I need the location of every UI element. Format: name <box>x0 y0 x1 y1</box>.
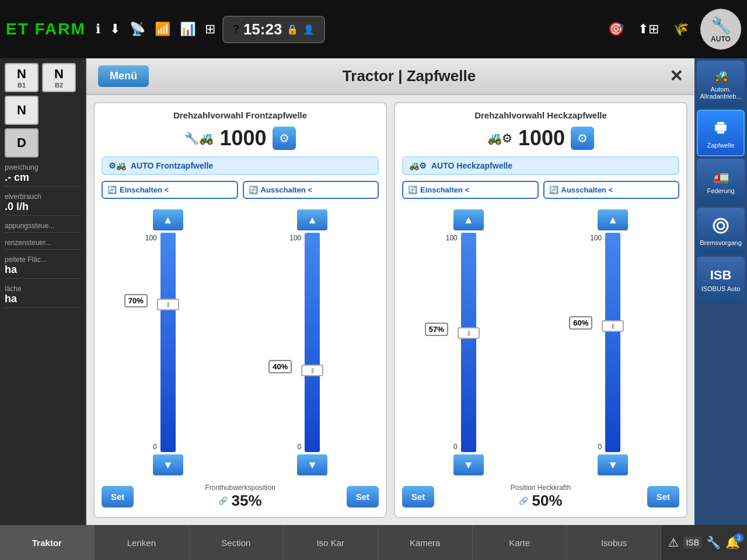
federung-icon: 🚛 <box>713 170 729 185</box>
tab-isokar[interactable]: Iso Kar <box>284 525 378 560</box>
rear-einschalten-button[interactable]: 🔄 Einschalten < <box>402 181 539 199</box>
front-slider1-track: 100 0 ||| 70% <box>160 233 176 452</box>
badge-n: N <box>5 96 39 125</box>
notification-badge[interactable]: 🔔 3 <box>725 536 740 550</box>
front-pto-panel: Drehzahlvorwahl Frontzapfwelle 🔧🚜 1000 ⚙… <box>93 102 387 518</box>
bottom-right-icons: ⚠ ISB 🔧 🔔 3 <box>661 525 747 560</box>
warning-icon[interactable]: ⚠ <box>668 536 679 550</box>
front-hitch-info: Fronthubwerksposition 🔗 35% <box>205 484 275 510</box>
front-slider1-handle[interactable]: ||| <box>157 299 179 310</box>
verbrauch-row: elverbrauch .0 l/h <box>5 190 81 216</box>
rear-slider1-max: 100 <box>446 234 458 242</box>
tools-icon[interactable]: 🔧 <box>706 536 721 550</box>
front-slider2-handle-lines: ||| <box>311 368 313 373</box>
rear-slider1-min: 0 <box>453 443 458 451</box>
rear-set-btn-right[interactable]: Set <box>647 486 679 508</box>
front-set-btn-left[interactable]: Set <box>102 486 134 508</box>
tab-traktor[interactable]: Traktor <box>0 525 95 560</box>
front-ausschalten-button[interactable]: 🔄 Ausschalten < <box>243 181 379 199</box>
front-slider1-up[interactable]: ▲ <box>153 209 183 230</box>
notif-count: 3 <box>734 533 743 542</box>
wifi-icon: 📶 <box>152 19 173 39</box>
tab-lenken[interactable]: Lenken <box>95 525 189 560</box>
rear-set-btn-left[interactable]: Set <box>402 486 434 508</box>
satellite-icon: 📡 <box>127 19 148 39</box>
allrad-button[interactable]: 🚜 Autom. Allradantrieb... <box>697 61 745 107</box>
front-slider2-min: 0 <box>298 443 302 451</box>
rear-gear-button[interactable]: ⚙ <box>571 127 594 150</box>
auto-badge[interactable]: 🔧 AUTO <box>700 9 741 50</box>
front-on-icon: 🔄 <box>107 186 117 194</box>
isobus-auto-button[interactable]: ISB ISOBUS Auto <box>697 257 745 303</box>
speed-icon[interactable]: 🎯 <box>606 19 626 39</box>
rear-slider1-handle[interactable]: ||| <box>458 327 480 339</box>
isb-icon[interactable]: ISB <box>683 537 701 548</box>
rear-sliders: ▲ 100 0 ||| 57% ▼ <box>402 205 679 478</box>
front-set-btn-right[interactable]: Set <box>347 486 379 508</box>
rear-slider2-pct-badge: 60% <box>569 316 592 330</box>
menu-button[interactable]: Menü <box>98 65 149 87</box>
rear-slider1-up[interactable]: ▲ <box>453 209 484 230</box>
rear-slider1: ▲ 100 0 ||| 57% ▼ <box>402 209 535 475</box>
rear-auto-icon: 🚜⚙ <box>409 161 427 170</box>
bremsvorggang-button[interactable]: Bremsvorgang <box>697 208 745 254</box>
modal-header: Menü Tractor | Zapfwelle ✕ <box>86 58 694 95</box>
rear-slider1-down[interactable]: ▼ <box>453 454 484 475</box>
rear-slider2-down[interactable]: ▼ <box>598 454 628 475</box>
front-off-icon: 🔄 <box>249 186 258 194</box>
zapfwelle-icon <box>710 117 731 139</box>
front-slider2-handle[interactable]: ||| <box>301 365 323 376</box>
two-col-layout: Drehzahlvorwahl Frontzapfwelle 🔧🚜 1000 ⚙… <box>93 102 687 518</box>
tab-karte[interactable]: Karte <box>473 525 567 560</box>
rear-hitch-title: Position Heckkrafth <box>511 484 571 492</box>
tab-kamera[interactable]: Kamera <box>378 525 473 560</box>
front-hitch-icon: 🔗 <box>218 496 228 505</box>
front-rpm-value: 1000 <box>219 126 266 150</box>
federung-button[interactable]: 🚛 Federung <box>697 159 745 205</box>
rear-slider2-max: 100 <box>590 234 602 242</box>
rear-hitch-row: Set Position Heckkrafth 🔗 50% Set <box>402 484 679 510</box>
front-slider2-down[interactable]: ▼ <box>297 454 327 475</box>
tab-section[interactable]: Section <box>189 525 284 560</box>
rear-slider2-handle[interactable]: ||| <box>602 320 624 332</box>
rear-hitch-info: Position Heckkrafth 🔗 50% <box>511 484 571 510</box>
renzen-row: renzensteuer... <box>5 236 81 250</box>
rear-rpm-row: 🚜⚙ 1000 ⚙ <box>402 126 679 150</box>
front-rpm-row: 🔧🚜 1000 ⚙ <box>102 126 379 150</box>
svg-rect-0 <box>715 124 727 131</box>
front-einschalten-button[interactable]: 🔄 Einschalten < <box>102 181 238 199</box>
front-slider2-track: 100 0 ||| 40% <box>305 233 320 452</box>
rows-icon[interactable]: ⬆⊞ <box>636 19 661 39</box>
rear-off-icon: 🔄 <box>549 186 558 194</box>
front-slider2-pct-badge: 40% <box>268 360 292 373</box>
front-slider2-up[interactable]: ▲ <box>297 209 327 230</box>
front-auto-icon: ⚙🚜 <box>109 161 126 170</box>
modal-title: Tractor | Zapfwelle <box>160 67 658 85</box>
isb-label: ISB <box>710 268 732 283</box>
main-content: Menü Tractor | Zapfwelle ✕ Drehzahlvorwa… <box>86 58 694 525</box>
front-hitch-pct-row: 🔗 35% <box>218 492 261 510</box>
front-slider1-down[interactable]: ▼ <box>153 454 183 475</box>
user-icon: 👤 <box>303 24 315 35</box>
right-sidebar: 🚜 Autom. Allradantrieb... Zapfwelle 🚛 Fe… <box>694 58 747 525</box>
close-button[interactable]: ✕ <box>669 66 683 86</box>
rear-slider2: ▲ 100 0 ||| 60% ▼ <box>547 209 680 475</box>
time-block: ? 15:23 🔒 👤 <box>222 16 326 43</box>
grid-icon[interactable]: ⊞ <box>203 19 218 39</box>
front-gear-button[interactable]: ⚙ <box>273 127 296 150</box>
svg-point-3 <box>714 219 728 233</box>
modal-body: Drehzahlvorwahl Frontzapfwelle 🔧🚜 1000 ⚙… <box>86 95 694 525</box>
info-icon[interactable]: ℹ <box>93 19 103 39</box>
bremsvorggang-icon <box>711 216 731 237</box>
tab-isobus[interactable]: Isobus <box>567 525 662 560</box>
front-slider1-min: 0 <box>153 443 157 451</box>
zapfwelle-button[interactable]: Zapfwelle <box>697 110 745 156</box>
rear-ausschalten-button[interactable]: 🔄 Ausschalten < <box>543 181 680 199</box>
allrad-icon: 🚜 <box>713 68 729 83</box>
top-right-actions: 🎯 ⬆⊞ 🌾 🔧 AUTO <box>606 9 741 50</box>
rear-hitch-pct-row: 🔗 50% <box>519 492 562 510</box>
top-badge-row: N B1 N B2 <box>5 63 81 92</box>
rear-slider2-up[interactable]: ▲ <box>598 209 628 230</box>
download-icon[interactable]: ⬇ <box>107 19 123 39</box>
crop-icon[interactable]: 🌾 <box>671 19 691 39</box>
